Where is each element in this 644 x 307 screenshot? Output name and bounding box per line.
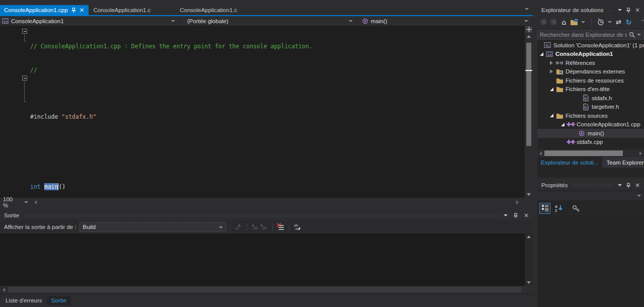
code-editor[interactable]: // ConsoleApplication1.cpp : Defines the… <box>0 26 525 198</box>
chevron-down-icon[interactable] <box>608 21 612 23</box>
tree-item-references[interactable]: Références <box>537 58 644 67</box>
scroll-down-icon[interactable] <box>527 193 531 196</box>
editor-vertical-scrollbar[interactable] <box>525 26 533 198</box>
tree-item-solution[interactable]: Solution 'ConsoleApplication1' (1 projet… <box>537 41 644 50</box>
scroll-left-icon[interactable] <box>34 200 37 204</box>
scroll-left-icon[interactable] <box>3 288 5 292</box>
categorized-icon[interactable] <box>539 203 550 214</box>
collapse-arrow-icon[interactable] <box>560 123 565 126</box>
member-dropdown[interactable]: main() <box>357 16 533 26</box>
tree-item-external-dependencies[interactable]: Dépendances externes <box>537 67 644 76</box>
close-icon[interactable]: × <box>635 7 640 13</box>
scrollbar-thumb[interactable] <box>8 287 521 292</box>
scroll-up-icon[interactable] <box>527 236 531 238</box>
window-position-chevron-icon[interactable] <box>504 214 508 216</box>
collapse-arrow-icon[interactable] <box>539 52 543 56</box>
tree-item-resource-files[interactable]: Fichiers de ressources <box>537 76 644 85</box>
scope-dropdown[interactable]: (Portée globale) <box>180 16 357 26</box>
tab-output[interactable]: Sortie <box>47 296 71 305</box>
fold-collapse-box[interactable] <box>22 29 27 34</box>
tab-label: ConsoleApplication1.cpp <box>4 7 68 13</box>
search-input[interactable] <box>538 32 629 38</box>
search-icon[interactable] <box>629 32 635 38</box>
document-list-chevron-icon[interactable] <box>525 8 529 10</box>
close-icon[interactable]: × <box>635 182 640 188</box>
header-file-icon: h <box>582 95 590 101</box>
history-icon[interactable] <box>596 18 605 27</box>
solution-explorer-toolbar: ‹ › ⌂ ⇄ ↻ '' <box>537 15 644 29</box>
alphabetical-sort-icon[interactable]: AZ <box>553 203 565 214</box>
previous-message-icon[interactable] <box>251 222 260 232</box>
collapse-arrow-icon[interactable] <box>549 88 553 91</box>
collapse-arrow-icon[interactable] <box>549 114 553 117</box>
scroll-left-icon[interactable] <box>539 151 542 156</box>
property-pages-icon[interactable] <box>571 203 582 214</box>
output-panel-title-bar[interactable]: Sortie × <box>0 210 533 220</box>
project-dropdown[interactable]: ++ ConsoleApplication1 <box>0 16 180 26</box>
tree-item-header-files[interactable]: Fichiers d'en-tête <box>537 85 644 94</box>
expand-arrow-icon[interactable] <box>549 69 553 73</box>
expand-arrow-icon[interactable] <box>549 61 553 65</box>
chevron-down-icon[interactable] <box>581 21 585 23</box>
pin-icon[interactable] <box>514 213 518 218</box>
scroll-right-icon[interactable] <box>639 151 642 156</box>
window-position-chevron-icon[interactable] <box>618 184 622 186</box>
references-icon <box>555 60 564 65</box>
pin-icon[interactable] <box>71 8 76 13</box>
solution-explorer-search[interactable] <box>537 30 644 40</box>
tab-solution-explorer[interactable]: Explorateur de soluti... <box>537 157 602 168</box>
word-wrap-icon[interactable]: ab <box>293 222 302 232</box>
fold-collapse-box[interactable] <box>22 75 27 81</box>
scrollbar-thumb[interactable] <box>526 43 531 146</box>
output-vertical-scrollbar[interactable] <box>525 234 533 286</box>
tab-consoleapplication1-c-2[interactable]: ConsoleApplication1.c <box>176 5 241 15</box>
properties-title-bar[interactable]: Propriétés × <box>537 180 644 190</box>
tab-consoleapplication1-c-1[interactable]: ConsoleApplication1.c <box>90 5 155 15</box>
back-icon[interactable]: ‹ <box>539 18 548 27</box>
output-content[interactable] <box>0 234 533 286</box>
properties-object-dropdown[interactable] <box>537 191 644 200</box>
tree-item-project[interactable]: ++ ConsoleApplication1 <box>537 50 644 59</box>
code-line: int main() <box>0 183 525 191</box>
home-icon[interactable]: ⌂ <box>559 18 569 27</box>
scroll-right-icon[interactable] <box>516 200 519 204</box>
solution-explorer-horizontal-scrollbar[interactable] <box>537 149 644 157</box>
pin-icon[interactable] <box>626 183 630 188</box>
sync-with-active-document-icon[interactable]: ⇄ <box>614 18 623 27</box>
solution-tree: Solution 'ConsoleApplication1' (1 projet… <box>537 40 644 146</box>
tree-item-targetver-h[interactable]: h targetver.h <box>537 103 644 112</box>
tree-item-stdafx-h[interactable]: h stdafx.h <box>537 94 644 103</box>
output-horizontal-scrollbar[interactable] <box>0 286 533 293</box>
splitter-icon[interactable] <box>525 26 532 33</box>
close-icon[interactable]: × <box>524 212 529 218</box>
zoom-level-dropdown[interactable]: 100 % <box>0 198 31 206</box>
solution-explorer-title-bar[interactable]: Explorateur de solutions × <box>537 5 644 15</box>
scroll-down-icon[interactable] <box>527 281 531 284</box>
tab-error-list[interactable]: Liste d'erreurs <box>1 296 47 305</box>
output-source-dropdown[interactable]: Build <box>79 222 226 232</box>
toolbar-overflow-icon[interactable]: '' <box>641 19 644 25</box>
clear-all-icon[interactable] <box>276 222 285 232</box>
forward-icon[interactable]: › <box>549 18 558 27</box>
svg-text:++: ++ <box>547 52 552 57</box>
tab-consoleapplication1-cpp[interactable]: ConsoleApplication1.cpp × <box>0 5 89 15</box>
tab-team-explorer[interactable]: Team Explorer <box>603 157 644 168</box>
scroll-up-icon[interactable] <box>527 35 531 38</box>
pin-icon[interactable] <box>626 8 630 13</box>
refresh-icon[interactable]: ↻ <box>624 18 633 27</box>
chevron-down-icon[interactable] <box>637 34 641 36</box>
tree-item-consoleapplication1-cpp[interactable]: ✚✚ ConsoleApplication1.cpp <box>537 120 644 129</box>
find-message-in-code-icon[interactable] <box>234 222 243 232</box>
tree-item-stdafx-cpp[interactable]: ✚✚ stdafx.cpp <box>537 138 644 147</box>
scrollbar-thumb[interactable] <box>544 150 623 156</box>
svg-text:++: ++ <box>4 20 8 24</box>
tree-item-source-files[interactable]: Fichiers sources <box>537 111 644 120</box>
show-all-files-icon[interactable] <box>570 18 579 27</box>
drag-grip <box>608 9 613 12</box>
window-position-chevron-icon[interactable] <box>618 9 622 11</box>
folder-icon <box>555 86 564 92</box>
editor-horizontal-scrollbar[interactable] <box>31 198 533 206</box>
tree-item-main[interactable]: main() <box>537 129 644 138</box>
close-icon[interactable]: × <box>79 7 85 13</box>
next-message-icon[interactable] <box>260 222 269 232</box>
